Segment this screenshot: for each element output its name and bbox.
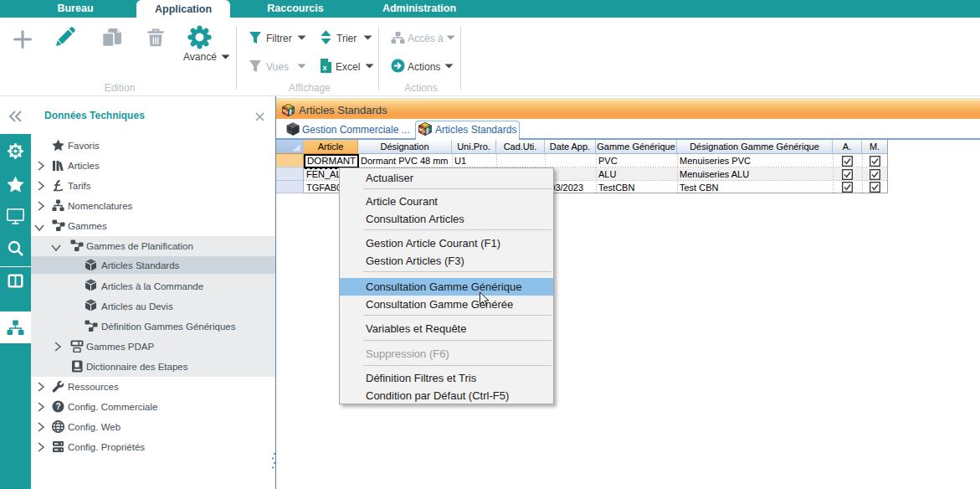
svg-text:x: x: [322, 64, 326, 72]
svg-text:?: ?: [55, 402, 60, 411]
